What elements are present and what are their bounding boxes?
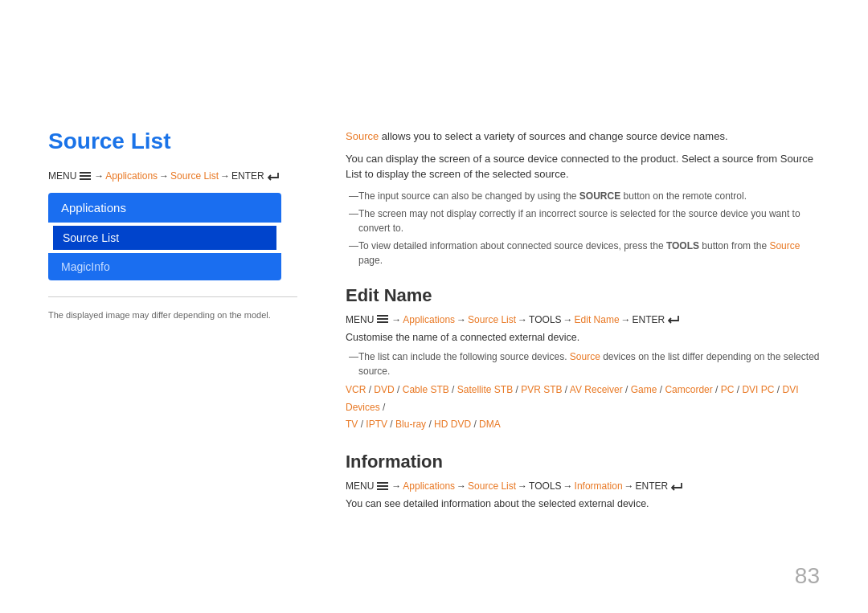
arrow2: → [159, 170, 169, 182]
src-pvr-stb: PVR STB [521, 384, 562, 395]
menu-label: MENU [48, 170, 76, 182]
info-tools: TOOLS [529, 480, 561, 492]
src-blu-ray: Blu-ray [395, 419, 426, 430]
en-arrow1: → [391, 314, 401, 325]
src-iptv: IPTV [366, 419, 387, 430]
bullet-list-source: The input source can also be changed by … [349, 189, 820, 268]
en-source-list: Source List [468, 314, 516, 325]
edit-name-bullets: The list can include the following sourc… [349, 349, 820, 378]
source-device-list: VCR / DVD / Cable STB / Satellite STB / … [346, 382, 820, 434]
info-arrow3: → [518, 480, 527, 492]
src-game: Game [631, 384, 657, 395]
bc-applications: Applications [105, 170, 158, 182]
nav-item-magicinfo[interactable]: MagicInfo [48, 253, 281, 280]
en-enter: ENTER [633, 314, 665, 325]
menu-icon [80, 172, 91, 181]
page-title: Source List [48, 129, 297, 154]
edit-name-desc: Customise the name of a connected extern… [346, 330, 820, 345]
info-arrow5: → [624, 480, 634, 492]
bc-source-list: Source List [170, 170, 219, 182]
en-arrow4: → [563, 314, 573, 325]
src-camcorder: Camcorder [665, 384, 712, 395]
svg-rect-3 [377, 315, 388, 317]
note-text: The displayed image may differ depending… [48, 310, 271, 320]
svg-rect-7 [377, 485, 388, 487]
en-arrow3: → [518, 314, 527, 325]
svg-rect-0 [80, 172, 91, 174]
enter-icon-2 [668, 315, 679, 324]
arrow1: → [94, 170, 104, 182]
enter-icon-3 [671, 482, 682, 491]
en-arrow2: → [457, 314, 466, 325]
info-arrow2: → [457, 480, 466, 492]
en-tools: TOOLS [529, 314, 561, 325]
right-column: Source allows you to select a variety of… [346, 129, 820, 517]
info-arrow4: → [563, 480, 573, 492]
source-orange-1: Source [346, 130, 379, 142]
information-title: Information [346, 452, 820, 472]
left-column: Source List MENU → Applications → Source… [48, 129, 297, 517]
en-arrow5: → [621, 314, 631, 325]
breadcrumb-edit-name: MENU → Applications → Source List → TOOL… [346, 314, 820, 325]
info-applications: Applications [403, 480, 455, 492]
src-cable-stb: Cable STB [403, 384, 449, 395]
info-enter: ENTER [636, 480, 669, 492]
src-dvi-pc: DVI PC [742, 384, 774, 395]
content-area: Source List MENU → Applications → Source… [48, 129, 820, 517]
tools-bold: TOOLS [666, 240, 699, 251]
src-pc: PC [721, 384, 735, 395]
nav-item-source-list[interactable]: Source List [51, 224, 278, 251]
intro-paragraph-1: Source allows you to select a variety of… [346, 129, 820, 145]
enter-icon [268, 172, 279, 181]
breadcrumb-information: MENU → Applications → Source List → TOOL… [346, 480, 820, 492]
information-desc: You can see detailed information about t… [346, 497, 820, 512]
src-tv: TV [346, 419, 358, 430]
svg-rect-8 [377, 488, 388, 490]
svg-rect-5 [377, 321, 388, 323]
svg-rect-4 [377, 318, 388, 320]
info-information: Information [575, 480, 623, 492]
src-vcr: VCR [346, 384, 366, 395]
en-applications: Applications [403, 314, 455, 325]
intro-paragraph-2: You can display the screen of a source d… [346, 151, 820, 182]
source-orange-2: Source [769, 240, 800, 251]
edit-name-title: Edit Name [346, 285, 820, 306]
arrow3: → [220, 170, 230, 182]
src-satellite-stb: Satellite STB [457, 384, 513, 395]
bullet-item-2: The screen may not display correctly if … [349, 206, 820, 235]
src-dvd: DVD [374, 384, 394, 395]
en-edit-name: Edit Name [575, 314, 620, 325]
bc-enter: ENTER [231, 170, 264, 182]
svg-rect-1 [80, 175, 91, 177]
info-menu-label: MENU [346, 480, 374, 492]
bullet-item-3: To view detailed information about conne… [349, 239, 820, 268]
breadcrumb-source-list: MENU → Applications → Source List → ENTE… [48, 170, 297, 182]
svg-rect-2 [80, 178, 91, 180]
source-orange-3: Source [570, 351, 600, 362]
source-bold: SOURCE [579, 190, 620, 202]
page: Source List MENU → Applications → Source… [0, 0, 868, 613]
info-arrow1: → [391, 480, 401, 492]
menu-label-2: MENU [346, 314, 374, 325]
intro1-rest: allows you to select a variety of source… [379, 130, 727, 142]
src-av-receiver: AV Receiver [570, 384, 623, 395]
edit-name-bullet-1: The list can include the following sourc… [349, 349, 820, 378]
page-number: 83 [795, 563, 820, 589]
note-section: The displayed image may differ depending… [48, 296, 297, 321]
menu-icon-2 [377, 315, 388, 324]
menu-icon-3 [377, 482, 388, 491]
bullet-item-1: The input source can also be changed by … [349, 189, 820, 203]
svg-rect-6 [377, 482, 388, 484]
src-hd-dvd: HD DVD [434, 419, 471, 430]
src-dma: DMA [479, 419, 501, 430]
nav-menu: Applications Source List MagicInfo [48, 193, 281, 280]
info-source-list: Source List [468, 480, 516, 492]
nav-header: Applications [48, 193, 281, 223]
